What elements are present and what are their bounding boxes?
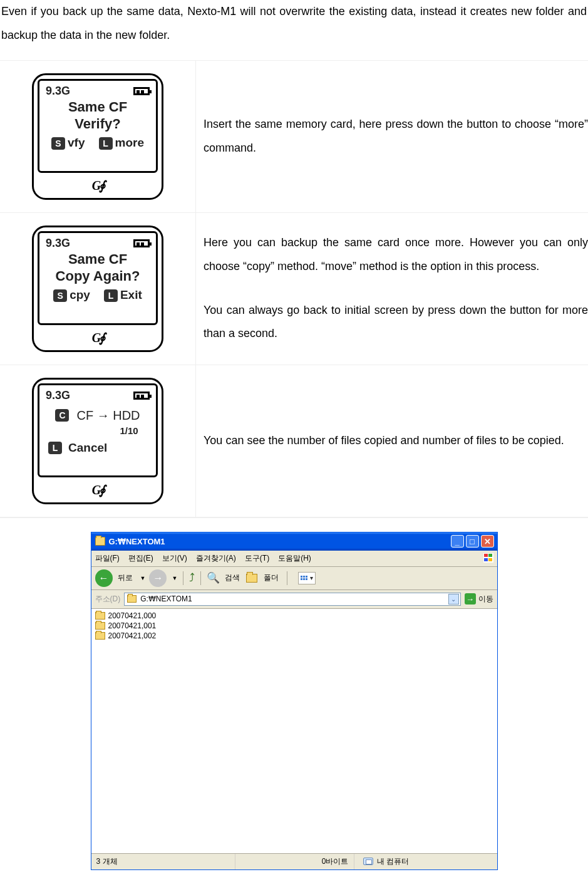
brand-logo: G∮ [34,482,162,497]
status-location: 내 컴퓨터 [354,854,497,869]
computer-icon [363,858,373,865]
maximize-button[interactable]: □ [466,535,479,547]
address-value: G:₩NEXTOM1 [140,594,192,603]
device-screen: 9.3G Same CF Copy Again? Scpy LExit [38,231,158,325]
file-name: 20070421,002 [108,631,157,640]
short-key-icon: S [53,289,67,302]
table-row: 9.3G Same CF Copy Again? Scpy LExit G∮ H… [0,213,588,365]
search-label[interactable]: 검색 [225,573,240,583]
instruction-table: 9.3G Same CF Verify? Svfy Lmore G∮ Inser… [0,60,588,517]
back-label: 뒤로 [118,573,133,583]
back-button[interactable]: ← [95,569,113,587]
minimize-button[interactable]: _ [451,535,464,547]
file-name: 20070421,001 [108,621,157,630]
capacity-label: 9.3G [46,237,70,250]
device-cell: 9.3G Same CF Copy Again? Scpy LExit G∮ [0,213,196,365]
battery-icon [133,87,150,95]
menu-fav[interactable]: 즐겨찾기(A) [196,553,236,564]
go-label: 이동 [478,594,493,605]
device-frame: 9.3G Same CF Verify? Svfy Lmore G∮ [32,73,163,200]
long-key-label: Exit [120,288,142,301]
row-text-a: Here you can backup the same card once m… [204,231,588,279]
status-count: 3 개체 [91,854,235,869]
device-screen: 9.3G C CF → HDD 1/10 L Cancel [38,383,158,477]
copy-key-icon: C [55,409,69,422]
folder-icon [127,595,137,603]
go-button[interactable]: → 이동 [465,593,493,605]
status-size: 0바이트 [235,854,354,869]
long-key-icon: L [104,289,118,302]
menu-bar: 파일(F) 편집(E) 보기(V) 즐겨찾기(A) 도구(T) 도움말(H) [91,551,497,567]
forward-dropdown-icon[interactable]: ▼ [172,575,177,581]
address-input[interactable]: G:₩NEXTOM1 ⌄ [124,593,460,606]
description-cell: You can see the number of files copied a… [196,365,588,517]
short-key-label: cpy [70,288,90,301]
short-key-icon: S [51,137,65,150]
table-row: 9.3G Same CF Verify? Svfy Lmore G∮ Inser… [0,61,588,213]
list-item[interactable]: 20070421,001 [95,621,493,631]
list-item[interactable]: 20070421,002 [95,631,493,641]
battery-icon [133,392,150,400]
table-row: 9.3G C CF → HDD 1/10 L Cancel [0,365,588,517]
explorer-container: G:₩NEXTOM1 _ □ ✕ 파일(F) 편집(E) 보기(V) 즐겨찾기(… [0,517,588,877]
cancel-label: Cancel [68,441,107,455]
window-title-bar[interactable]: G:₩NEXTOM1 _ □ ✕ [91,532,497,551]
progress-label: CF → HDD [76,408,140,423]
row-text-a: You can see the number of files copied a… [204,429,588,453]
address-bar: 주소(D) G:₩NEXTOM1 ⌄ → 이동 [91,590,497,609]
short-key-label: vfy [68,136,85,149]
address-dropdown-icon[interactable]: ⌄ [448,594,459,605]
up-folder-button[interactable]: ⤴ [189,571,195,584]
device-frame: 9.3G Same CF Copy Again? Scpy LExit G∮ [32,226,163,352]
brand-logo: G∮ [34,178,162,193]
device-cell: 9.3G C CF → HDD 1/10 L Cancel [0,365,196,517]
forward-button[interactable]: → [149,569,167,587]
screen-line-2: Copy Again? [46,267,150,285]
description-cell: Insert the same memory card, here press … [196,61,588,212]
windows-logo-icon [483,553,493,563]
file-name: 20070421,000 [108,611,157,620]
folders-pane-icon[interactable] [246,574,257,583]
windows-explorer-window: G:₩NEXTOM1 _ □ ✕ 파일(F) 편집(E) 보기(V) 즐겨찾기(… [91,532,498,870]
toolbar: ← 뒤로 ▼ → ▼ ⤴ 🔍 검색 폴더 ▾ [91,567,497,590]
device-frame: 9.3G C CF → HDD 1/10 L Cancel [32,378,163,504]
long-key-icon: L [99,137,113,150]
long-key-label: more [115,136,144,149]
device-screen: 9.3G Same CF Verify? Svfy Lmore [38,79,158,173]
intro-text: Even if you back up the same data, Nexto… [0,0,588,60]
brand-logo: G∮ [34,330,162,345]
address-label: 주소(D) [95,594,121,605]
menu-view[interactable]: 보기(V) [162,553,187,564]
screen-line-1: Same CF [46,251,150,267]
capacity-label: 9.3G [46,85,70,98]
folder-icon [95,612,105,620]
cancel-key-icon: L [48,442,62,454]
device-cell: 9.3G Same CF Verify? Svfy Lmore G∮ [0,61,196,212]
list-item[interactable]: 20070421,000 [95,611,493,621]
view-selector-button[interactable]: ▾ [298,572,316,584]
close-button[interactable]: ✕ [481,535,494,547]
search-icon[interactable]: 🔍 [207,571,220,584]
status-bar: 3 개체 0바이트 내 컴퓨터 [91,853,497,869]
go-arrow-icon: → [465,593,476,605]
folder-icon [95,632,105,640]
battery-icon [133,239,150,247]
capacity-label: 9.3G [46,389,70,402]
progress-count: 1/10 [108,425,150,436]
screen-line-2: Verify? [46,115,150,133]
menu-tools[interactable]: 도구(T) [245,553,269,564]
back-dropdown-icon[interactable]: ▼ [140,575,146,581]
folder-icon [95,537,105,546]
folder-icon [95,622,105,630]
folders-label[interactable]: 폴더 [264,573,279,583]
window-title: G:₩NEXTOM1 [109,537,165,546]
description-cell: Here you can backup the same card once m… [196,213,588,365]
menu-edit[interactable]: 편집(E) [128,553,153,564]
status-location-text: 내 컴퓨터 [377,856,409,867]
screen-line-1: Same CF [46,99,150,115]
row-text-a: Insert the same memory card, here press … [204,113,588,160]
menu-help[interactable]: 도움말(H) [278,553,311,564]
row-text-b: You can always go back to initial screen… [204,299,588,346]
file-list: 20070421,000 20070421,001 20070421,002 [91,609,497,853]
menu-file[interactable]: 파일(F) [95,553,120,564]
